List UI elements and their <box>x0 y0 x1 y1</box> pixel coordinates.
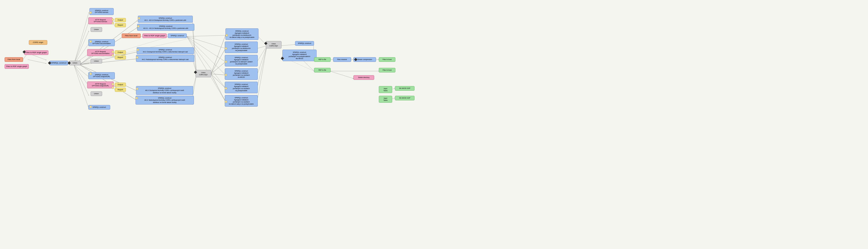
node-files-rdf-1[interactable]: Files to RDF single graph <box>5 64 29 69</box>
node-files-rdf-2[interactable]: Files to RDF single graph <box>24 50 49 55</box>
svg-line-0 <box>74 13 89 65</box>
port-agg-3 <box>225 61 227 63</box>
node-output-3[interactable]: Output <box>115 83 126 87</box>
port-a3-2 <box>137 25 140 27</box>
svg-line-42 <box>257 46 267 62</box>
svg-line-31 <box>211 74 225 75</box>
port-agg-5 <box>225 87 227 89</box>
port-6 <box>112 86 114 89</box>
node-union-4[interactable]: Union <box>91 91 102 96</box>
svg-line-43 <box>257 46 267 75</box>
node-output-2[interactable]: Output <box>115 50 126 54</box>
svg-line-11 <box>28 59 46 63</box>
port-1 <box>112 19 114 21</box>
node-files-from-local-2[interactable]: Files from local <box>122 33 141 38</box>
node-sparql-a3-1[interactable]: SPARQL constructA3.1 - A3.3.4 Dostupnost… <box>138 16 193 23</box>
svg-line-35 <box>187 36 225 49</box>
node-sparql-agg-6[interactable]: SPARQL constructAgregace indikátorůpočít… <box>225 95 258 107</box>
svg-line-29 <box>211 49 225 74</box>
node-sparql-construct-1[interactable]: SPARQL construct <box>50 61 68 65</box>
node-sparql-construct-2[interactable]: SPARQL construct <box>168 33 187 38</box>
port-5 <box>112 83 114 85</box>
port-a6-2 <box>135 97 138 99</box>
port-sparql-2 <box>89 40 92 43</box>
node-sk-nkod-gsp-1[interactable]: SK-NKOD GSP <box>395 86 414 91</box>
svg-line-41 <box>257 46 267 49</box>
node-sparql-a6-1[interactable]: SPARQL constructA6.3: Dostupnost technik… <box>136 86 193 95</box>
svg-line-2 <box>74 31 89 65</box>
port-2 <box>112 22 114 24</box>
node-files-to-local-2[interactable]: Files to local <box>379 68 395 73</box>
node-sk-nkod-gsp-2[interactable]: SK-NKOD GSP <box>395 96 414 101</box>
port-agg-2 <box>225 47 227 50</box>
svg-line-38 <box>187 36 225 88</box>
svg-line-33 <box>211 74 225 102</box>
node-report-3[interactable]: Report <box>115 88 126 92</box>
node-union-cors-dqv-1[interactable]: UnionCORS DQV <box>195 70 211 77</box>
svg-line-55 <box>330 71 353 79</box>
svg-line-15 <box>80 28 137 65</box>
node-rdf-to-file-1[interactable]: RDF to file <box>314 57 331 62</box>
svg-line-17 <box>80 59 137 65</box>
port-4 <box>112 54 114 57</box>
node-files-renamer[interactable]: Files renamer <box>333 57 351 62</box>
node-sparql-a6-2[interactable]: SPARQL constructA6.3: Nedostupnost techn… <box>135 96 194 105</box>
port-a3-1 <box>138 17 140 19</box>
svg-line-28 <box>211 35 225 74</box>
node-union-3[interactable]: Union <box>91 59 102 63</box>
node-union-cors-dqv-2[interactable]: UnionCORS DQV <box>266 41 281 49</box>
svg-line-8 <box>74 65 89 95</box>
node-sparql-final[interactable]: SPARQL construct <box>295 41 314 46</box>
svg-line-32 <box>211 74 225 88</box>
node-sparql-poskytovatelech[interactable]: SPARQL constructAgregace indikátorůpočít… <box>282 50 316 61</box>
port-sparql-4 <box>89 106 92 108</box>
node-report-1[interactable]: Report <box>115 23 126 27</box>
node-union-1[interactable]: Union <box>69 61 81 65</box>
node-sparql-agg-1[interactable]: SPARQL constructAgregace indikátorůpočít… <box>225 28 258 40</box>
port-a6-1 <box>136 88 138 90</box>
node-http-options-endpoint[interactable]: HTTP RequestOPTIONS endpointURL <box>87 81 114 88</box>
node-sparql-options-licenses[interactable]: SPARQL constructOPTIONS licenses <box>89 8 114 15</box>
node-output-1[interactable]: Output <box>115 18 126 22</box>
port-a4-2 <box>136 56 138 59</box>
node-sparql-options-endpoint[interactable]: SPARQL constructOPTIONS endpointURL <box>88 72 115 79</box>
node-delete-directory[interactable]: Delete directory <box>353 75 374 80</box>
node-http-options-licenses[interactable]: HTTP RequestOPTIONS licenses <box>88 17 113 24</box>
port-sparql-1 <box>89 11 92 14</box>
node-sparql-options-doc[interactable]: SPARQL constructOPTIONS documentation <box>88 39 115 46</box>
svg-line-6 <box>74 65 89 77</box>
node-sparql-a4-1[interactable]: SPARQL constructA4.3: Dostupnost technik… <box>137 47 194 54</box>
node-files-rdf-3[interactable]: Files to RDF single graph <box>143 33 167 38</box>
node-report-2[interactable]: Report <box>115 55 126 59</box>
pipeline-canvas: Files from local Files to RDF single gra… <box>0 0 868 249</box>
node-input-tasks-2[interactable]: InputTasks <box>379 96 392 103</box>
svg-line-1 <box>74 22 89 65</box>
node-sparql-a4-2[interactable]: SPARQL constructA4.3: Nedostupnost techn… <box>136 55 194 62</box>
svg-line-34 <box>187 35 225 36</box>
node-sparql-agg-2[interactable]: SPARQL constructAgregace indikátorůpočít… <box>225 42 258 53</box>
port-agg-4 <box>225 74 227 76</box>
node-sparql-agg-4[interactable]: SPARQL constructAgregace indikátorůpočít… <box>225 68 258 80</box>
node-http-options-doc[interactable]: HTTP RequestOPTIONS documentation <box>87 49 114 56</box>
node-cors-origin[interactable]: CORS origin <box>29 40 47 45</box>
port-agg-6 <box>225 101 227 103</box>
svg-line-7 <box>74 65 89 86</box>
port-a4-1 <box>137 49 139 51</box>
node-files-from-local-1[interactable]: Files from local <box>5 57 23 62</box>
node-rdf-to-file-2[interactable]: RDF to file <box>314 68 331 73</box>
svg-line-9 <box>74 65 89 108</box>
node-sparql-a3-2[interactable]: SPARQL constructA3.3.1 - A3.3.4 Nedostup… <box>137 24 194 31</box>
node-input-tasks-1[interactable]: InputTasks <box>379 86 392 93</box>
svg-line-30 <box>211 62 225 74</box>
port-3 <box>112 51 114 53</box>
port-sparql-3 <box>89 73 92 75</box>
svg-line-46 <box>281 45 294 46</box>
node-sparql-agg-5[interactable]: SPARQL constructAgregace indikátorůpočít… <box>225 82 258 93</box>
node-union-2[interactable]: Union <box>91 27 102 32</box>
svg-line-45 <box>257 46 267 102</box>
svg-line-44 <box>257 46 267 88</box>
port-agg-1 <box>225 34 228 36</box>
node-files-to-local-1[interactable]: Files to local <box>379 57 395 62</box>
node-sparql-agg-3[interactable]: SPARQL constructAgregace indikátorůpočít… <box>225 55 258 66</box>
